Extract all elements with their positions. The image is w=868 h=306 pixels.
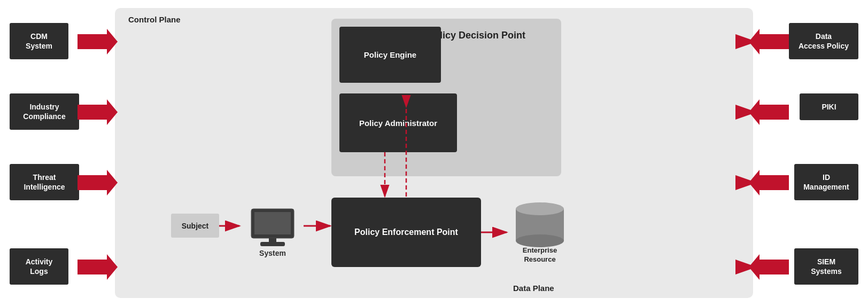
svg-rect-2 bbox=[269, 238, 276, 242]
cdm-system-box: CDMSystem bbox=[10, 23, 68, 59]
pdp-label: Policy Decision Point bbox=[428, 29, 525, 42]
data-access-policy-box: DataAccess Policy bbox=[789, 23, 858, 59]
enterprise-label: Enterprise Resource bbox=[508, 246, 572, 264]
subject-box: Subject bbox=[171, 214, 219, 238]
svg-marker-22 bbox=[78, 29, 118, 54]
industry-compliance-item: IndustryCompliance bbox=[10, 93, 79, 130]
system-box: System bbox=[241, 195, 305, 270]
svg-marker-28 bbox=[749, 170, 789, 195]
computer-icon bbox=[249, 208, 297, 248]
system-label: System bbox=[259, 249, 286, 257]
compliance-arrow bbox=[78, 99, 118, 125]
policy-admin-box: Policy Administrator bbox=[339, 93, 457, 152]
cdm-system-item: CDMSystem bbox=[10, 23, 68, 59]
svg-marker-25 bbox=[78, 254, 118, 280]
pep-box: Policy Enforcement Point bbox=[331, 198, 481, 267]
svg-marker-23 bbox=[78, 99, 118, 125]
svg-marker-26 bbox=[749, 29, 789, 54]
svg-point-6 bbox=[516, 234, 564, 247]
data-access-arrow bbox=[749, 29, 789, 54]
activity-logs-item: ActivityLogs bbox=[10, 248, 68, 285]
data-access-policy-item: DataAccess Policy bbox=[789, 23, 858, 59]
siem-systems-box: SIEMSystems bbox=[794, 248, 858, 285]
activity-logs-box: ActivityLogs bbox=[10, 248, 68, 285]
enterprise-resource-box: Enterprise Resource bbox=[508, 198, 572, 267]
svg-marker-27 bbox=[749, 99, 789, 125]
svg-rect-3 bbox=[260, 242, 285, 246]
id-management-item: IDManagement bbox=[794, 164, 858, 200]
id-mgmt-arrow bbox=[749, 170, 789, 195]
cylinder-icon bbox=[513, 201, 567, 249]
siem-systems-item: SIEMSystems bbox=[794, 248, 858, 285]
control-plane-label: Control Plane bbox=[128, 15, 181, 24]
id-management-box: IDManagement bbox=[794, 164, 858, 200]
siem-arrow bbox=[749, 254, 789, 280]
data-plane-label: Data Plane bbox=[513, 284, 554, 293]
industry-compliance-box: IndustryCompliance bbox=[10, 93, 79, 130]
piki-arrow bbox=[749, 99, 789, 125]
svg-marker-24 bbox=[78, 170, 118, 195]
threat-intelligence-item: ThreatIntelligence bbox=[10, 164, 79, 200]
cdm-arrow bbox=[78, 29, 118, 54]
piki-item: PIKI bbox=[800, 93, 858, 120]
svg-rect-1 bbox=[254, 212, 291, 234]
svg-marker-29 bbox=[749, 254, 789, 280]
piki-box: PIKI bbox=[800, 93, 858, 120]
policy-engine-box: Policy Engine bbox=[339, 27, 441, 83]
threat-arrow bbox=[78, 170, 118, 195]
svg-point-5 bbox=[516, 202, 564, 215]
activity-arrow bbox=[78, 254, 118, 280]
threat-intelligence-box: ThreatIntelligence bbox=[10, 164, 79, 200]
diagram-container: Control Plane Policy Decision Point Poli… bbox=[0, 0, 868, 306]
